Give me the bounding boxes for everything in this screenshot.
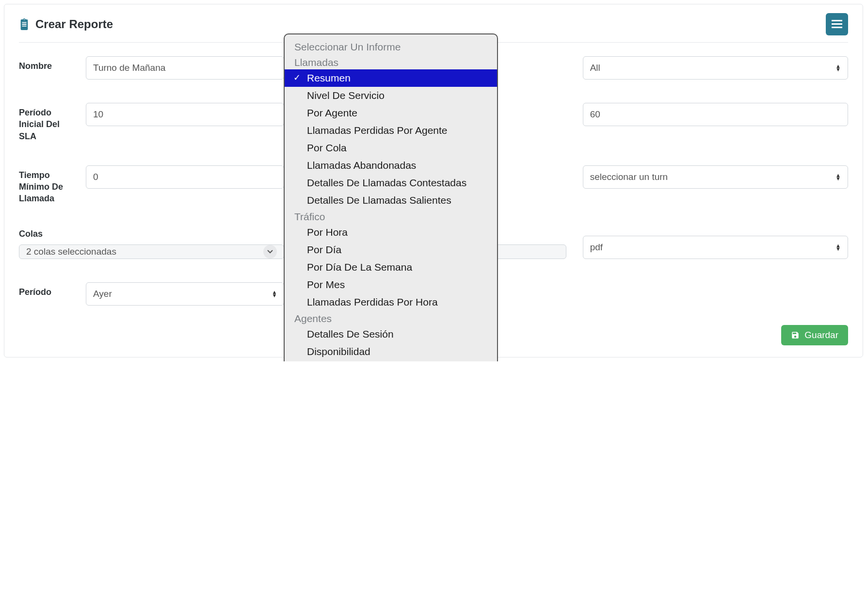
field-all-select: All ▲▼ [583,56,848,80]
select-formato-value: pdf [590,242,603,253]
input-tiempo-min-llamada-value: 0 [93,172,98,182]
dropdown-item[interactable]: Disponibilidad [285,343,497,360]
dropdown-item[interactable]: Resumen [285,69,497,87]
field-sla-inicial: Período Inicial Del SLA 10 [19,103,284,142]
field-formato: pdf ▲▼ [583,228,848,259]
field-nombre: Nombre Turno de Mañana [19,56,284,80]
dropdown-item[interactable]: Detalles De Sesión [285,325,497,343]
dropdown-item[interactable]: Nivel De Servicio [285,87,497,104]
label-colas: Colas [19,228,43,240]
svg-rect-1 [832,23,842,25]
save-icon [791,331,800,340]
input-nombre-value: Turno de Mañana [93,63,165,73]
dropdown-item[interactable]: Pausas [285,360,497,361]
input-tiempo-min-llamada[interactable]: 0 [86,165,284,189]
select-turno-value: seleccionar un turn [590,172,668,182]
dropdown-group-label: Agentes [285,311,497,325]
dropdown-item[interactable]: Por Mes [285,276,497,293]
dropdown-item[interactable]: Llamadas Abandonadas [285,157,497,174]
dropdown-item[interactable]: Detalles De Llamadas Salientes [285,192,497,209]
dropdown-item[interactable]: Por Agente [285,104,497,122]
dropdown-group-label: Tráfico [285,209,497,224]
svg-rect-0 [832,20,842,21]
input-sla-intervalo[interactable]: 60 [583,103,848,126]
report-dropdown[interactable]: Seleccionar Un Informe LlamadasResumenNi… [284,33,498,361]
hamburger-icon [832,20,842,29]
sort-caret-icon: ▲▼ [272,291,277,297]
select-turno[interactable]: seleccionar un turn ▲▼ [583,165,848,189]
input-sla-intervalo-value: 60 [590,109,600,120]
page-title: Crear Reporte [35,17,113,31]
dropdown-item[interactable]: Llamadas Perdidas Por Agente [285,122,497,139]
select-formato[interactable]: pdf ▲▼ [583,236,848,259]
select-periodo[interactable]: Ayer ▲▼ [86,282,284,306]
sort-caret-icon: ▲▼ [835,65,841,71]
select-all-value: All [590,63,600,73]
dropdown-item[interactable]: Llamadas Perdidas Por Hora [285,293,497,311]
select-all[interactable]: All ▲▼ [583,56,848,80]
save-button-label: Guardar [804,330,838,340]
header-left: Crear Reporte [19,17,113,31]
dropdown-item[interactable]: Por Cola [285,139,497,157]
input-sla-inicial-value: 10 [93,109,103,120]
label-periodo: Período [19,282,77,298]
field-turno: seleccionar un turn ▲▼ [583,165,848,205]
create-report-card: Crear Reporte Nombre Turno de Mañana Rep… [4,4,863,357]
dropdown-item[interactable]: Por Día [285,241,497,259]
dropdown-item[interactable]: Por Día De La Semana [285,259,497,276]
clipboard-icon [19,18,30,31]
dropdown-item[interactable]: Detalles De Llamadas Contestadas [285,174,497,192]
sort-caret-icon: ▲▼ [835,244,841,251]
select-colas[interactable]: 2 colas seleccionadas [19,244,284,259]
label-nombre: Nombre [19,56,77,72]
sort-caret-icon: ▲▼ [835,174,841,180]
field-colas: Colas 2 colas seleccionadas [19,228,284,259]
dropdown-placeholder: Seleccionar Un Informe [285,38,497,55]
select-periodo-value: Ayer [93,289,112,299]
field-periodo: Período Ayer ▲▼ [19,282,284,306]
dropdown-group-label: Llamadas [285,55,497,69]
field-intervalo-value: 60 [583,103,848,142]
chevron-down-icon [263,245,277,259]
label-sla-inicial: Período Inicial Del SLA [19,103,77,142]
menu-button[interactable] [826,13,848,35]
field-tiempo-min-llamada: Tiempo Mínimo De Llamada 0 [19,165,284,205]
input-nombre[interactable]: Turno de Mañana [86,56,284,80]
label-tiempo-min-llamada: Tiempo Mínimo De Llamada [19,165,77,205]
select-colas-value: 2 colas seleccionadas [26,246,116,257]
svg-rect-2 [832,27,842,28]
save-button[interactable]: Guardar [781,325,848,345]
dropdown-item[interactable]: Por Hora [285,224,497,241]
input-sla-inicial[interactable]: 10 [86,103,284,126]
